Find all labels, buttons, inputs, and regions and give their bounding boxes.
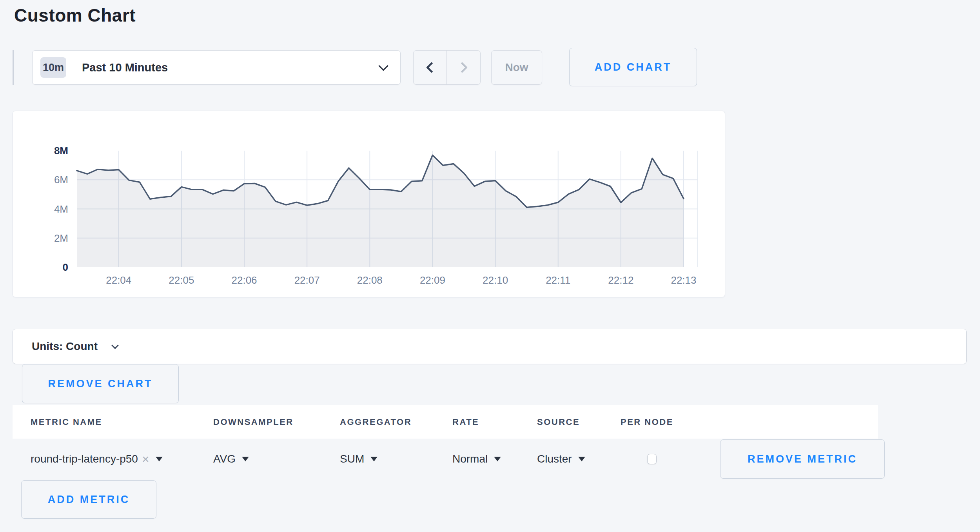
units-select[interactable]: Units: Count [13,329,967,364]
column-header-downsampler: DOWNSAMPLER [213,417,340,427]
time-back-button[interactable] [414,51,447,84]
svg-text:22:11: 22:11 [546,274,570,286]
svg-text:22:13: 22:13 [671,274,696,286]
downsampler-value: AVG [213,453,236,465]
time-nav-group [413,50,481,85]
svg-text:22:05: 22:05 [169,274,194,286]
metrics-table: METRIC NAME DOWNSAMPLER AGGREGATOR RATE … [13,405,878,479]
time-window-select[interactable]: 10m Past 10 Minutes [32,50,401,85]
caret-down-icon [578,457,585,461]
add-chart-button[interactable]: ADD CHART [569,48,697,86]
svg-text:22:04: 22:04 [106,274,131,286]
metric-area-chart: 02M4M6M8M22:0422:0522:0622:0722:0822:092… [13,111,726,298]
column-header-rate: RATE [452,417,537,427]
time-window-accent-bar [13,50,14,85]
svg-text:22:12: 22:12 [608,274,633,286]
aggregator-value: SUM [340,453,364,465]
caret-down-icon [370,457,377,461]
rate-value: Normal [452,453,488,465]
source-value: Cluster [537,453,572,465]
time-window-badge: 10m [40,57,66,78]
downsampler-select[interactable]: AVG [213,453,340,465]
caret-down-icon [494,457,501,461]
metrics-table-header: METRIC NAME DOWNSAMPLER AGGREGATOR RATE … [13,405,878,439]
column-header-metric-name: METRIC NAME [31,417,213,427]
page-title: Custom Chart [14,5,136,26]
rate-select[interactable]: Normal [452,453,537,465]
per-node-checkbox[interactable] [647,454,657,464]
svg-text:0: 0 [63,261,68,273]
metric-row-actions: REMOVE METRIC [708,439,885,479]
column-header-aggregator: AGGREGATOR [340,417,452,427]
add-metric-button[interactable]: ADD METRIC [21,480,156,519]
chevron-down-icon [378,61,388,71]
chevron-right-icon [456,62,467,73]
units-select-label: Units: Count [32,340,98,353]
chart-card: 02M4M6M8M22:0422:0522:0622:0722:0822:092… [13,111,725,297]
custom-chart-page: Custom Chart 10m Past 10 Minutes Now ADD… [0,0,980,532]
caret-down-icon [156,457,163,461]
remove-chart-button[interactable]: REMOVE CHART [22,364,179,403]
chevron-left-icon [426,62,437,73]
metric-row: round-trip-latency-p50 × AVG SUM Normal … [13,439,878,479]
svg-text:4M: 4M [54,203,68,215]
column-header-per-node: PER NODE [621,417,708,427]
remove-metric-button[interactable]: REMOVE METRIC [720,439,885,479]
svg-text:22:07: 22:07 [294,274,320,286]
column-header-source: SOURCE [537,417,621,427]
metric-name-select[interactable]: round-trip-latency-p50 × [31,453,213,465]
svg-text:8M: 8M [54,145,68,157]
svg-text:6M: 6M [54,174,68,186]
per-node-cell [621,454,708,464]
time-window-label: Past 10 Minutes [82,61,168,74]
close-icon[interactable]: × [142,453,149,465]
svg-text:22:08: 22:08 [357,274,383,286]
aggregator-select[interactable]: SUM [340,453,452,465]
source-select[interactable]: Cluster [537,453,621,465]
chevron-down-icon [111,342,118,349]
caret-down-icon [242,457,249,461]
svg-text:22:09: 22:09 [420,274,445,286]
svg-text:22:10: 22:10 [483,274,508,286]
now-button[interactable]: Now [491,50,542,85]
svg-text:22:06: 22:06 [231,274,257,286]
svg-text:2M: 2M [54,232,68,244]
time-forward-button[interactable] [447,51,480,84]
metric-name-value: round-trip-latency-p50 [31,453,138,465]
